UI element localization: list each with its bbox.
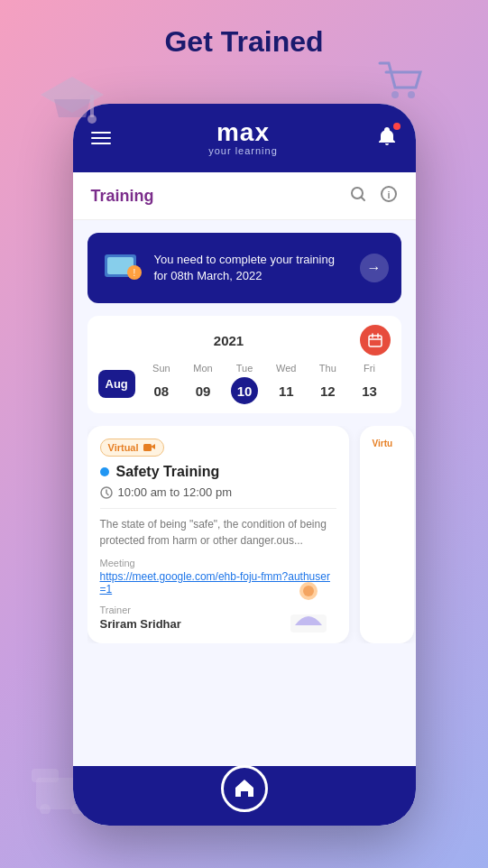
svg-rect-7 [32, 769, 59, 782]
status-dot [100, 467, 109, 476]
svg-rect-18 [143, 444, 152, 451]
svg-point-22 [303, 586, 314, 596]
svg-rect-21 [290, 614, 327, 633]
training-card-1[interactable]: Virtual Safety Training 10:00 am to 1 [87, 426, 349, 643]
calendar: 2021 Aug Sun 08 Mon 09 [87, 316, 401, 413]
page-title: Get Trained [164, 25, 323, 59]
menu-button[interactable] [91, 132, 111, 144]
partial-badge: Virtu [373, 439, 401, 448]
month-label: Aug [98, 370, 135, 398]
logo-max: max [208, 120, 278, 145]
card-title: Safety Training [116, 464, 220, 480]
svg-text:i: i [387, 189, 390, 200]
day-fri[interactable]: Fri 13 [348, 363, 390, 404]
day-thu[interactable]: Thu 12 [307, 363, 348, 404]
training-banner[interactable]: ! You need to complete your training for… [87, 233, 401, 303]
svg-point-5 [408, 91, 415, 98]
search-icon[interactable] [349, 185, 367, 207]
day-sun[interactable]: Sun 08 [141, 363, 182, 404]
trainer-illustration [277, 580, 340, 634]
day-wed[interactable]: Wed 11 [265, 363, 307, 404]
calendar-days: Aug Sun 08 Mon 09 Tue 10 Wed 11 [98, 363, 391, 404]
banner-text: You need to complete your training for 0… [154, 252, 351, 284]
meeting-label: Meeting [100, 558, 336, 568]
day-tue[interactable]: Tue 10 [224, 363, 265, 404]
phone-frame: max your learning Training [73, 104, 416, 826]
svg-rect-17 [369, 336, 382, 346]
training-card-2-partial: Virtu [360, 426, 414, 643]
svg-point-4 [391, 91, 399, 98]
section-title: Training [91, 187, 154, 206]
card-title-row: Safety Training [100, 464, 336, 480]
bottom-navigation [73, 766, 416, 826]
banner-arrow[interactable]: → [360, 254, 389, 282]
cart-decoration [375, 59, 425, 107]
notification-dot [393, 123, 401, 130]
day-mon[interactable]: Mon 09 [182, 363, 224, 404]
section-header: Training i [73, 172, 416, 220]
bell-button[interactable] [376, 125, 398, 151]
card-badge: Virtual [100, 439, 164, 457]
logo-sub: your learning [208, 145, 278, 156]
card-time: 10:00 am to 12:00 pm [100, 485, 336, 499]
phone-body: Training i [73, 172, 416, 826]
card-description: The state of being "safe", the condition… [100, 516, 336, 549]
banner-illustration: ! [100, 245, 145, 291]
header-icons: i [349, 185, 398, 207]
card-divider [100, 508, 336, 509]
info-icon[interactable]: i [380, 185, 398, 207]
calendar-year: 2021 [98, 333, 360, 348]
svg-text:!: ! [133, 268, 135, 278]
logo: max your learning [208, 120, 278, 156]
today-button[interactable] [360, 325, 391, 356]
app-header: max your learning [73, 104, 416, 172]
cards-scroll: Virtual Safety Training 10:00 am to 1 [87, 426, 416, 643]
home-button[interactable] [221, 765, 268, 812]
